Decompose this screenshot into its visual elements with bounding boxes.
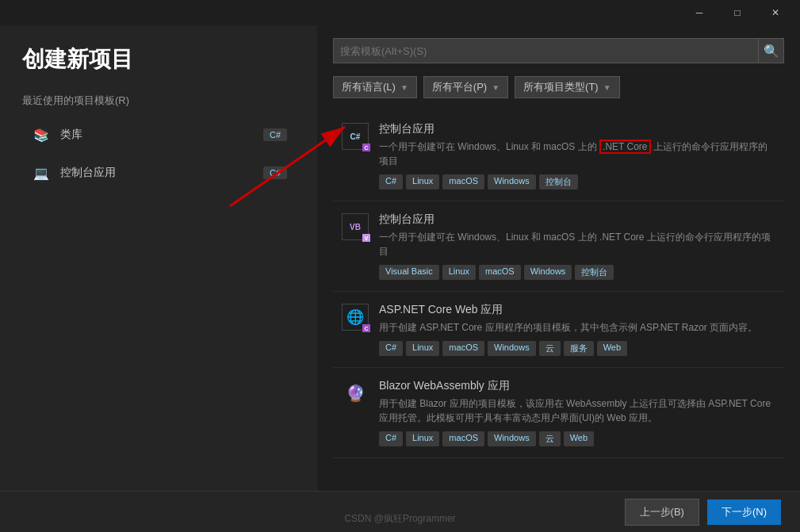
template-icon: 🌐 C [341, 303, 369, 331]
tag: macOS [479, 265, 521, 280]
close-button[interactable]: ✕ [757, 0, 794, 25]
search-bar: 🔍 [333, 38, 784, 63]
page-title: 创建新项目 [22, 44, 295, 75]
template-card[interactable]: 🌐 C ASP.NET Core Web 应用 用于创建 ASP.NET Cor… [333, 292, 784, 368]
left-panel: 创建新项目 最近使用的项目模板(R) 📚 类库 C# 💻 控制台应用 C# [0, 25, 317, 491]
template-title: 控制台应用 [379, 122, 776, 136]
template-icon: 🔮 [341, 379, 369, 408]
filters-row: 所有语言(L)▼所有平台(P)▼所有项目类型(T)▼ [333, 76, 784, 98]
back-button[interactable]: 上一步(B) [625, 499, 699, 526]
template-title: Blazor WebAssembly 应用 [379, 379, 776, 393]
recent-item[interactable]: 📚 类库 C# [22, 117, 295, 152]
watermark: CSDN @疯狂Programmer [344, 512, 455, 526]
filter-language[interactable]: 所有语言(L)▼ [333, 76, 417, 98]
bottom-bar: 上一步(B) 下一步(N) [0, 491, 800, 532]
blazor-icon: 🔮 [342, 380, 369, 407]
template-card[interactable]: VB V 控制台应用 一个用于创建可在 Windows、Linux 和 macO… [333, 201, 784, 292]
tag: C# [379, 341, 403, 356]
web-icon: 🌐 C [342, 304, 369, 331]
recent-item-label: 类库 [60, 128, 82, 142]
template-desc: 用于创建 Blazor 应用的项目模板，该应用在 WebAssembly 上运行… [379, 396, 776, 425]
tag: Windows [524, 265, 572, 280]
tag: Visual Basic [379, 265, 439, 280]
tag: macOS [442, 431, 484, 446]
tags-row: Visual BasicLinuxmacOSWindows控制台 [379, 265, 776, 280]
tag: Linux [406, 341, 439, 356]
vb-icon: VB V [342, 213, 369, 240]
tag: Windows [488, 174, 536, 189]
tag: macOS [442, 174, 484, 189]
template-desc: 用于创建 ASP.NET Core 应用程序的项目模板，其中包含示例 ASP.N… [379, 320, 776, 335]
tags-row: C#LinuxmacOSWindows控制台 [379, 174, 776, 189]
tag: macOS [442, 341, 484, 356]
template-body: 控制台应用 一个用于创建可在 Windows、Linux 和 macOS 上的 … [379, 212, 776, 280]
recent-item-icon: 📚 [30, 124, 52, 146]
recent-item-left: 📚 类库 [30, 124, 82, 146]
tag: 控制台 [575, 265, 614, 280]
tag: Web [597, 341, 627, 356]
right-panel: 🔍 所有语言(L)▼所有平台(P)▼所有项目类型(T)▼ C# C 控制台应用 … [317, 25, 800, 491]
template-body: 控制台应用 一个用于创建可在 Windows、Linux 和 macOS 上的 … [379, 122, 776, 189]
recent-item-label: 控制台应用 [60, 166, 116, 180]
template-desc: 一个用于创建可在 Windows、Linux 和 macOS 上的 .NET C… [379, 230, 776, 258]
template-icon: VB V [341, 212, 369, 241]
template-title: ASP.NET Core Web 应用 [379, 303, 776, 317]
maximize-button[interactable]: □ [719, 0, 756, 25]
recent-list: 📚 类库 C# 💻 控制台应用 C# [22, 117, 295, 190]
filter-platform[interactable]: 所有平台(P)▼ [423, 76, 508, 98]
template-desc: 一个用于创建可在 Windows、Linux 和 macOS 上的 .NET C… [379, 140, 776, 168]
recent-item[interactable]: 💻 控制台应用 C# [22, 155, 295, 190]
filter-label: 所有项目类型(T) [523, 80, 599, 94]
tag: 云 [539, 341, 561, 356]
chevron-down-icon: ▼ [603, 83, 611, 92]
tag: C# [379, 431, 403, 446]
cs-icon: C# C [342, 123, 369, 150]
tag: C# [379, 174, 403, 189]
tag: Windows [488, 341, 536, 356]
recent-item-badge: C# [263, 128, 287, 141]
template-card[interactable]: 🔮 Blazor WebAssembly 应用 用于创建 Blazor 应用的项… [333, 368, 784, 458]
chevron-down-icon: ▼ [492, 83, 500, 92]
template-card[interactable]: C# C 控制台应用 一个用于创建可在 Windows、Linux 和 macO… [333, 111, 784, 201]
tag: 服务 [564, 341, 594, 356]
search-input[interactable] [340, 45, 752, 57]
search-input-wrap[interactable] [333, 38, 759, 63]
filter-type[interactable]: 所有项目类型(T)▼ [515, 76, 620, 98]
template-body: Blazor WebAssembly 应用 用于创建 Blazor 应用的项目模… [379, 379, 776, 446]
next-button[interactable]: 下一步(N) [707, 499, 781, 525]
tag: Web [564, 431, 594, 446]
search-button[interactable]: 🔍 [759, 38, 784, 63]
template-icon: C# C [341, 122, 369, 151]
main-container: 创建新项目 最近使用的项目模板(R) 📚 类库 C# 💻 控制台应用 C# 🔍 … [0, 25, 800, 491]
tag: Linux [406, 431, 439, 446]
tag: 云 [539, 431, 561, 446]
recent-item-badge: C# [263, 166, 287, 179]
recent-section-title: 最近使用的项目模板(R) [22, 94, 295, 108]
tag: Windows [488, 431, 536, 446]
tag: Linux [442, 265, 476, 280]
minimize-button[interactable]: ─ [681, 0, 718, 25]
tags-row: C#LinuxmacOSWindows云Web [379, 431, 776, 446]
tag: Linux [406, 174, 439, 189]
highlight-box: .NET Core [599, 140, 650, 154]
chevron-down-icon: ▼ [400, 83, 408, 92]
template-list: C# C 控制台应用 一个用于创建可在 Windows、Linux 和 macO… [333, 111, 784, 458]
tags-row: C#LinuxmacOSWindows云服务Web [379, 341, 776, 356]
template-title: 控制台应用 [379, 212, 776, 227]
title-bar: ─ □ ✕ [0, 0, 800, 25]
filter-label: 所有语言(L) [342, 80, 396, 94]
filter-label: 所有平台(P) [432, 80, 487, 94]
recent-item-left: 💻 控制台应用 [30, 162, 116, 184]
recent-item-icon: 💻 [30, 162, 52, 184]
template-body: ASP.NET Core Web 应用 用于创建 ASP.NET Core 应用… [379, 303, 776, 356]
tag: 控制台 [539, 174, 578, 189]
